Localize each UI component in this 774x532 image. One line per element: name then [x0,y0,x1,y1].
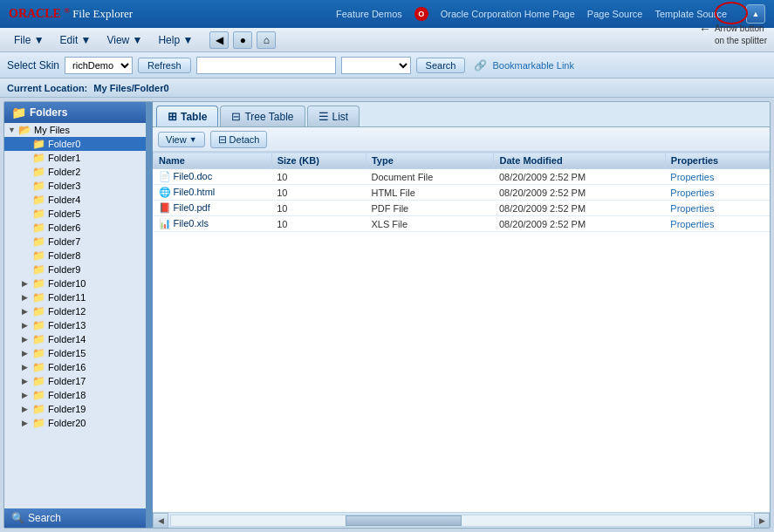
logo-area: ORACLE ® File Explorer [9,6,133,21]
col-size[interactable]: Size (KB) [271,153,366,169]
bookmark-icon: 🔗 [474,59,487,72]
feature-demos-link[interactable]: Feature Demos [336,9,402,19]
splitter-toggle-button[interactable] [746,4,765,24]
detach-button[interactable]: ⊟ Detach [210,131,268,148]
tree-item-folder4[interactable]: 📁 Folder4 [4,193,146,207]
folder11-label: Folder11 [48,292,86,303]
properties-link-3[interactable]: Properties [670,219,714,229]
scroll-left-button[interactable]: ◀ [153,513,168,529]
tree-item-folder3[interactable]: 📁 Folder3 [4,179,146,193]
folder4-label: Folder4 [48,194,80,205]
folder19-label: Folder19 [48,404,86,414]
search-button[interactable]: Search [416,58,466,73]
folders-icon: 📁 [11,106,26,119]
view-button[interactable]: View ▼ [158,132,205,147]
tree-item-folder2[interactable]: 📁 Folder2 [4,165,146,179]
search-sidebar-icon: 🔍 [11,512,24,524]
col-name[interactable]: Name [154,153,272,169]
content-toolbar: View ▼ ⊟ Detach [153,127,770,152]
template-source-link[interactable]: Template Source [654,9,727,19]
tree-item-folder8[interactable]: 📁 Folder8 [4,249,146,263]
tree-item-folder9[interactable]: 📁 Folder9 [4,263,146,276]
bookmarkable-link[interactable]: Bookmarkable Link [492,60,574,71]
home-button[interactable]: ⌂ [257,31,276,49]
tree-item-folder11[interactable]: ▶ 📁 Folder11 [4,290,146,304]
tree-item-folder10[interactable]: ▶ 📁 Folder10 [4,276,146,290]
file-name-2[interactable]: File0.pdf [174,202,210,213]
file-name-0[interactable]: File0.doc [174,171,213,181]
current-location-label: Current Location: [7,83,87,93]
list-tab-icon: ☰ [319,110,329,123]
folder8-label: Folder8 [48,250,80,261]
tree-item-folder15[interactable]: ▶ 📁 Folder15 [4,346,146,360]
oracle-home-link[interactable]: Oracle Corporation Home Page [441,9,575,19]
tree-item-folder12[interactable]: ▶ 📁 Folder12 [4,304,146,318]
folder16-icon: 📁 [32,361,45,373]
search-sidebar-item[interactable]: 🔍 Search [4,508,146,528]
scroll-right-button[interactable]: ▶ [754,513,770,529]
tab-list[interactable]: ☰ List [307,106,360,126]
tab-bar: ⊞ Table ⊟ Tree Table ☰ List [153,102,770,127]
tree-item-folder19[interactable]: ▶ 📁 Folder19 [4,402,146,416]
file-icon-3: 📊 [159,218,171,228]
scroll-track[interactable] [170,515,752,527]
tree-item-folder20[interactable]: ▶ 📁 Folder20 [4,416,146,430]
back-button[interactable]: ◀ [209,31,229,49]
folder0-icon: 📁 [32,138,45,150]
table-row: 📕 File0.pdf 10 PDF File 08/20/2009 2:52 … [154,201,770,216]
current-location-bar: Current Location: My Files/Folder0 [0,78,774,98]
page-source-link[interactable]: Page Source [587,9,643,19]
cell-type-3: XLS File [366,216,494,232]
sidebar-header: 📁 Folders [4,102,146,123]
tab-table[interactable]: ⊞ Table [156,106,218,126]
menu-file[interactable]: File ▼ [7,31,51,49]
my-files-label: My Files [34,125,70,135]
cell-size-1: 10 [271,185,366,201]
menu-edit[interactable]: Edit ▼ [53,31,99,49]
scroll-thumb[interactable] [346,515,462,526]
tree-item-folder1[interactable]: 📁 Folder1 [4,151,146,165]
properties-link-2[interactable]: Properties [670,203,714,214]
tree-item-my-files[interactable]: ▼ 📂 My Files [4,123,146,137]
tree-item-folder18[interactable]: ▶ 📁 Folder18 [4,388,146,402]
folder3-icon: 📁 [32,180,45,192]
tree-item-folder16[interactable]: ▶ 📁 Folder16 [4,360,146,374]
file-name-3[interactable]: File0.xls [174,218,209,228]
folder12-label: Folder12 [48,306,86,317]
cell-modified-3: 08/20/2009 2:52 PM [494,216,665,232]
tree-item-folder13[interactable]: ▶ 📁 Folder13 [4,318,146,332]
tree-item-folder17[interactable]: ▶ 📁 Folder17 [4,374,146,388]
top-navigation: ORACLE ® File Explorer Feature Demos O O… [0,0,774,28]
tree-item-folder6[interactable]: 📁 Folder6 [4,221,146,235]
tree-item-folder7[interactable]: 📁 Folder7 [4,235,146,249]
cell-size-0: 10 [271,169,366,185]
menu-help[interactable]: Help ▼ [151,31,200,49]
tree-item-folder5[interactable]: 📁 Folder5 [4,207,146,221]
col-properties[interactable]: Properties [665,153,769,169]
folder5-icon: 📁 [32,208,45,220]
menu-view[interactable]: View ▼ [99,31,149,49]
file-table-body: 📄 File0.doc 10 Document File 08/20/2009 … [154,169,770,232]
skin-dropdown[interactable]: richDemo [65,57,133,74]
folder9-label: Folder9 [48,264,80,275]
col-modified[interactable]: Date Modified [494,153,665,169]
sidebar-title: Folders [30,106,67,119]
sidebar: 📁 Folders ▼ 📂 My Files 📁 Folder0 📁 Folde… [4,102,148,528]
refresh-button[interactable]: Refresh [138,58,191,73]
expand-folder20: ▶ [22,419,31,427]
search-input[interactable] [196,57,336,74]
tab-tree-table[interactable]: ⊟ Tree Table [220,106,305,126]
tree-item-folder14[interactable]: ▶ 📁 Folder14 [4,332,146,346]
type-filter-dropdown[interactable] [341,57,411,74]
properties-link-1[interactable]: Properties [670,188,714,198]
tree-item-folder0[interactable]: 📁 Folder0 [4,137,146,151]
view-label: View [166,134,187,145]
table-row: 🌐 File0.html 10 HTML File 08/20/2009 2:5… [154,185,770,201]
cell-type-1: HTML File [366,185,494,201]
col-type[interactable]: Type [366,153,494,169]
folder15-icon: 📁 [32,347,45,359]
properties-link-0[interactable]: Properties [670,172,714,182]
folder6-icon: 📁 [32,222,45,234]
file-name-1[interactable]: File0.html [174,187,216,197]
forward-button[interactable]: ● [233,31,252,49]
